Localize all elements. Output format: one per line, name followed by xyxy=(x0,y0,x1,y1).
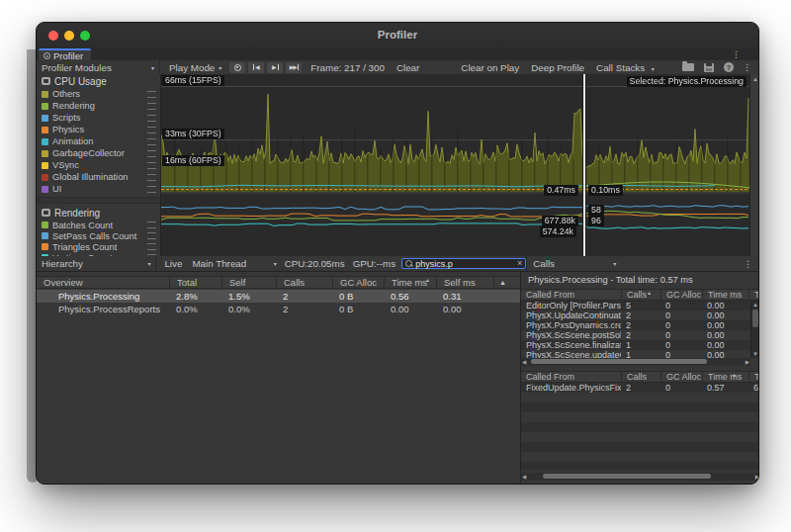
column-header-time-ms[interactable]: Time ms xyxy=(702,290,748,301)
table-row[interactable]: PhysX.ScScene.finalizatio100.00 xyxy=(521,340,759,350)
scroll-right-icon[interactable]: ▶ xyxy=(755,474,759,480)
horizontal-scrollbar[interactable]: ◀▶ xyxy=(521,358,750,366)
legend-item-vsync[interactable]: VSync xyxy=(37,159,160,171)
scrollbar-thumb[interactable] xyxy=(531,359,707,364)
details-mode-dropdown[interactable]: Calls ▾ xyxy=(533,258,616,269)
scroll-right-icon[interactable]: ▶ xyxy=(746,359,749,365)
drag-handle-icon[interactable] xyxy=(147,232,156,239)
table-row[interactable] xyxy=(521,462,759,470)
call-stacks-dropdown[interactable]: Call Stacks ▾ xyxy=(596,62,655,73)
drag-handle-icon[interactable] xyxy=(147,138,156,145)
legend-item-batches-count[interactable]: Batches Count xyxy=(37,220,160,230)
column-header-overview[interactable]: Overview xyxy=(37,277,169,289)
search-input[interactable]: physics.p × xyxy=(401,258,526,269)
drag-handle-icon[interactable] xyxy=(147,174,156,181)
drag-handle-icon[interactable] xyxy=(147,91,156,98)
grid-label-66ms: 66ms (15FPS) xyxy=(162,75,224,86)
hierarchy-mode-dropdown[interactable]: Hierarchy ▾ xyxy=(37,256,156,271)
clear-button[interactable]: Clear xyxy=(396,62,419,73)
legend-item-physics[interactable]: Physics xyxy=(37,124,160,135)
deep-profile-button[interactable]: Deep Profile xyxy=(531,62,584,73)
next-frame-button[interactable]: ▶ xyxy=(267,62,283,73)
tab-menu-icon[interactable]: ⋮ xyxy=(732,49,741,59)
column-header-total[interactable]: Total xyxy=(169,277,221,289)
legend-item-others[interactable]: Others xyxy=(37,88,160,100)
column-header-called-from[interactable]: Called From xyxy=(521,372,621,383)
scroll-down-icon[interactable]: ▼ xyxy=(751,350,759,358)
column-header-ti[interactable]: Ti xyxy=(748,372,759,383)
table-row[interactable]: EditorOnly [Profiler.ParseT500.00 xyxy=(521,301,759,310)
clear-search-icon[interactable]: × xyxy=(517,259,522,268)
scroll-up-icon[interactable]: ▲ xyxy=(751,301,759,309)
play-mode-dropdown[interactable]: Play Mode ▾ xyxy=(164,60,226,74)
table-row[interactable] xyxy=(521,402,759,412)
drag-handle-icon[interactable] xyxy=(147,150,156,157)
cpu-usage-chart[interactable] xyxy=(161,74,749,194)
module-header-cpu-usage[interactable]: CPU Usage xyxy=(37,74,160,88)
drag-handle-icon[interactable] xyxy=(147,115,156,122)
table-row[interactable] xyxy=(521,412,759,422)
table-row[interactable] xyxy=(521,393,759,402)
tab-profiler[interactable]: Profiler xyxy=(39,48,91,60)
table-row[interactable] xyxy=(521,422,759,432)
table-row[interactable]: Physics.ProcessReports0.0%0.0%20 B0.000.… xyxy=(37,303,520,315)
help-icon[interactable]: ? xyxy=(724,62,734,72)
drag-handle-icon[interactable] xyxy=(147,243,156,250)
table-row[interactable] xyxy=(521,442,759,452)
details-menu-icon[interactable]: ⋮ xyxy=(744,259,752,269)
legend-item-scripts[interactable]: Scripts xyxy=(37,112,160,124)
legend-item-garbagecollector[interactable]: GarbageCollector xyxy=(37,147,160,159)
legend-item-setpass-calls-count[interactable]: SetPass Calls Count xyxy=(37,230,160,241)
load-profile-icon[interactable] xyxy=(682,63,694,71)
drag-handle-icon[interactable] xyxy=(147,103,156,110)
horizontal-scrollbar[interactable]: ◀▶ xyxy=(521,473,759,481)
drag-handle-icon[interactable] xyxy=(147,162,156,169)
scroll-up-icon[interactable]: ▲ xyxy=(750,75,759,83)
save-profile-icon[interactable] xyxy=(704,63,714,72)
legend-item-triangles-count[interactable]: Triangles Count xyxy=(37,241,160,252)
scroll-left-icon[interactable]: ◀ xyxy=(522,474,526,480)
legend-item-global-illumination[interactable]: Global Illumination xyxy=(37,171,160,183)
vertical-scrollbar[interactable]: ▲▼ xyxy=(750,301,759,358)
table-row[interactable]: Physics.Processing2.8%1.5%20 B0.560.31 xyxy=(37,290,520,303)
table-row[interactable]: PhysX.ScScene.updateCC100.00 xyxy=(521,350,759,358)
table-row[interactable] xyxy=(521,432,759,442)
column-header-gc-alloc[interactable]: GC Alloc xyxy=(660,372,702,383)
scrollbar-thumb[interactable] xyxy=(752,310,758,327)
scroll-left-icon[interactable]: ◀ xyxy=(522,359,526,365)
table-row[interactable] xyxy=(521,452,759,462)
playhead-line[interactable] xyxy=(582,74,586,256)
thread-dropdown[interactable]: Main Thread ▾ xyxy=(192,258,276,269)
column-header-self[interactable]: Self xyxy=(221,277,276,289)
current-frame-button[interactable]: ▶▶ xyxy=(286,62,302,73)
rendering-chart[interactable] xyxy=(161,194,749,256)
clear-on-play-button[interactable]: Clear on Play xyxy=(461,62,519,73)
record-button[interactable] xyxy=(229,62,245,73)
live-toggle[interactable]: Live xyxy=(164,258,182,269)
prev-frame-button[interactable]: ◀ xyxy=(248,62,264,73)
table-row[interactable]: PhysX.ScScene.postSolve200.00 xyxy=(521,330,759,340)
column-header-calls[interactable]: Calls xyxy=(621,372,660,383)
table-row[interactable]: PhysX.PxsDynamics.creat200.00 xyxy=(521,320,759,330)
table-row[interactable]: FixedUpdate.PhysicsFixec200.5766 xyxy=(521,383,759,393)
column-header-time-ms[interactable]: Time ms xyxy=(702,372,748,383)
column-header-self-ms[interactable]: Self ms xyxy=(436,277,493,289)
drag-handle-icon[interactable] xyxy=(147,127,156,133)
column-header-gc-alloc[interactable]: GC Alloc xyxy=(332,277,384,289)
module-header-rendering[interactable]: Rendering xyxy=(37,206,160,220)
chart-scrollbar[interactable]: ▲ xyxy=(749,74,759,256)
column-header-called-from[interactable]: Called From xyxy=(521,290,621,301)
scrollbar-thumb[interactable] xyxy=(543,474,711,479)
table-row[interactable]: PhysX.UpdateContinuatio200.00 xyxy=(521,310,759,320)
legend-item-ui[interactable]: UI xyxy=(37,183,160,195)
column-header-calls[interactable]: Calls xyxy=(276,277,332,289)
profiler-modules-dropdown[interactable]: Profiler Modules ▾ xyxy=(37,60,160,74)
column-header-calls[interactable]: Calls xyxy=(621,290,660,301)
drag-handle-icon[interactable] xyxy=(147,186,156,193)
legend-item-rendering[interactable]: Rendering xyxy=(37,100,160,112)
column-header-ti[interactable]: Ti xyxy=(748,290,759,301)
column-header-gc-alloc[interactable]: GC Alloc xyxy=(660,290,702,301)
legend-item-animation[interactable]: Animation xyxy=(37,135,160,147)
drag-handle-icon[interactable] xyxy=(147,222,156,228)
toolbar-menu-icon[interactable]: ⋮ xyxy=(743,62,751,72)
